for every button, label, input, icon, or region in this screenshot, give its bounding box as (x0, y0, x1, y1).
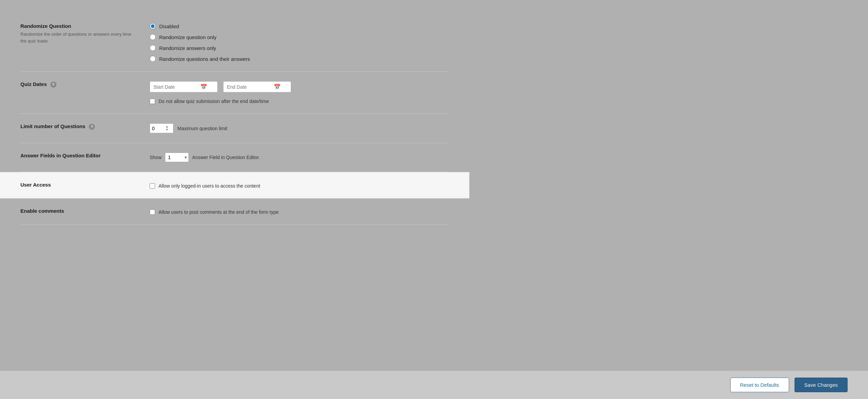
enable-comments-checkbox-row: Allow users to post comments at the end … (150, 209, 449, 215)
limit-questions-title: Limit number of Questions ? (20, 123, 136, 130)
limit-questions-label-group: Limit number of Questions ? (20, 123, 150, 130)
enable-comments-row: Enable comments Allow users to post comm… (20, 198, 449, 225)
user-access-controls: Allow only logged-in users to access the… (150, 182, 449, 189)
limit-number-input-box: ▲ ▼ (150, 123, 173, 133)
save-button[interactable]: Save Changes (795, 378, 848, 392)
show-row: Show 1 2 3 4 Answer Field in Question Ed… (150, 153, 449, 162)
quiz-dates-controls: 📅 📅 Do not allow quiz submission after t… (150, 81, 449, 104)
end-date-input[interactable] (227, 84, 271, 90)
start-calendar-icon: 📅 (200, 84, 207, 90)
enable-comments-controls: Allow users to post comments at the end … (150, 208, 449, 215)
radio-questions-answers-input[interactable] (150, 56, 156, 62)
limit-questions-help-icon[interactable]: ? (89, 124, 95, 130)
radio-answers-only-label: Randomize answers only (159, 45, 216, 51)
footer-bar: Reset to Defaults Save Changes (0, 370, 868, 399)
max-label: Maximum question limit (178, 126, 227, 131)
user-access-label-group: User Access (20, 182, 150, 188)
spinner-up[interactable]: ▲ (166, 125, 168, 128)
answer-suffix-label: Answer Field in Question Editor. (192, 155, 260, 160)
randomize-question-controls: Disabled Randomize question only Randomi… (150, 23, 449, 62)
radio-answers-only-input[interactable] (150, 45, 156, 51)
enable-comments-title: Enable comments (20, 208, 136, 214)
start-date-wrapper: 📅 (150, 81, 218, 92)
limit-number-input[interactable] (152, 126, 164, 131)
enable-comments-checkbox[interactable] (150, 209, 155, 215)
user-access-row: User Access Allow only logged-in users t… (0, 172, 469, 198)
answer-fields-row: Answer Fields in Question Editor Show 1 … (20, 143, 449, 172)
end-date-wrapper: 📅 (223, 81, 291, 92)
quiz-dates-help-icon[interactable]: ? (50, 82, 56, 88)
limit-number-wrapper: ▲ ▼ Maximum question limit (150, 123, 449, 133)
quiz-dates-label-group: Quiz Dates ? (20, 81, 150, 88)
radio-option-answers-only[interactable]: Randomize answers only (150, 45, 449, 51)
user-access-checkbox-row: Allow only logged-in users to access the… (150, 183, 449, 189)
answer-fields-label-group: Answer Fields in Question Editor (20, 153, 150, 158)
limit-questions-controls: ▲ ▼ Maximum question limit (150, 123, 449, 133)
main-content: Randomize Question Randomize the order o… (0, 0, 469, 293)
answer-fields-select-wrapper: 1 2 3 4 (165, 153, 189, 162)
radio-disabled-input[interactable] (150, 23, 156, 29)
reset-button[interactable]: Reset to Defaults (730, 378, 789, 392)
radio-option-questions-and-answers[interactable]: Randomize questions and their answers (150, 56, 449, 62)
user-access-checkbox[interactable] (150, 183, 155, 189)
randomize-question-label-group: Randomize Question Randomize the order o… (20, 23, 150, 44)
quiz-dates-title: Quiz Dates ? (20, 81, 136, 88)
start-date-input[interactable] (153, 84, 198, 90)
radio-questions-only-label: Randomize question only (159, 34, 216, 40)
date-inputs-row: 📅 📅 (150, 81, 449, 92)
enable-comments-label: Allow users to post comments at the end … (158, 209, 279, 215)
limit-questions-row: Limit number of Questions ? ▲ ▼ Maximum … (20, 114, 449, 143)
show-label: Show (150, 155, 162, 160)
radio-questions-answers-label: Randomize questions and their answers (159, 56, 250, 62)
spinner-down[interactable]: ▼ (166, 128, 168, 131)
no-submission-label: Do not allow quiz submission after the e… (158, 99, 269, 104)
randomize-question-title: Randomize Question (20, 23, 136, 29)
enable-comments-label-group: Enable comments (20, 208, 150, 214)
randomize-question-row: Randomize Question Randomize the order o… (20, 14, 449, 72)
radio-disabled-label: Disabled (159, 23, 179, 29)
randomize-question-desc: Randomize the order of questions or answ… (20, 31, 136, 44)
radio-option-questions-only[interactable]: Randomize question only (150, 34, 449, 40)
answer-fields-controls: Show 1 2 3 4 Answer Field in Question Ed… (150, 153, 449, 162)
end-calendar-icon: 📅 (274, 84, 281, 90)
radio-questions-only-input[interactable] (150, 34, 156, 40)
user-access-title: User Access (20, 182, 136, 188)
answer-fields-title: Answer Fields in Question Editor (20, 153, 136, 158)
no-submission-row: Do not allow quiz submission after the e… (150, 99, 449, 104)
no-submission-checkbox[interactable] (150, 99, 155, 104)
spinner-arrows: ▲ ▼ (166, 125, 168, 131)
quiz-dates-row: Quiz Dates ? 📅 📅 Do not allow quiz submi… (20, 72, 449, 114)
radio-option-disabled[interactable]: Disabled (150, 23, 449, 29)
user-access-label: Allow only logged-in users to access the… (158, 183, 260, 189)
answer-fields-select[interactable]: 1 2 3 4 (165, 153, 189, 162)
